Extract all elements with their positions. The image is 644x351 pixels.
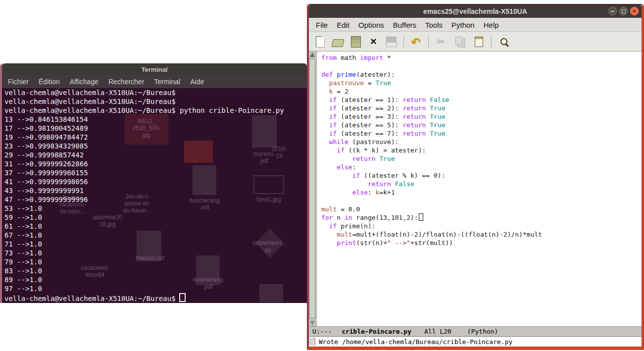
terminal-line: 23 -->0.999834329085 (2, 142, 307, 150)
emacs-titlebar[interactable]: emacs25@vellachemla-X510UA × (309, 5, 642, 18)
code-token: (atester == 3): (337, 113, 402, 120)
save-buffer-icon[interactable] (349, 35, 362, 49)
code-token: (atester == 5): (337, 121, 402, 129)
terminal-menu-terminal[interactable]: Terminal (154, 78, 180, 86)
emacs-menu-options[interactable]: Options (358, 21, 384, 29)
code-token: False (395, 180, 414, 188)
terminal-cursor (179, 293, 186, 302)
code-token: True (430, 121, 445, 129)
terminal-window: Terminal FichierÉditionAffichageRecherch… (0, 63, 307, 303)
emacs-menu-help[interactable]: Help (484, 21, 499, 29)
code-token: * (383, 54, 391, 61)
code-token (321, 163, 337, 171)
code-token: if (329, 222, 337, 230)
copy-icon (452, 34, 468, 50)
terminal-menu-affichage[interactable]: Affichage (70, 78, 99, 86)
code-token: return (402, 113, 426, 120)
emacs-menu-python[interactable]: Python (451, 21, 475, 29)
code-token: (atester == 1): (337, 96, 402, 103)
code-token: else (337, 163, 352, 171)
code-line: for n in range(13,101,2): (321, 213, 542, 222)
code-token: if (329, 121, 337, 129)
terminal-line: 17 -->0.981900452489 (2, 124, 307, 133)
code-token: if (329, 130, 337, 137)
toolbar-separator (491, 36, 492, 48)
emacs-menu-buffers[interactable]: Buffers (393, 21, 416, 29)
terminal-line: 37 -->0.999999960155 (2, 168, 307, 177)
code-line: def prime(atester): (321, 70, 542, 79)
code-token: =k+1 (379, 189, 395, 196)
code-token: prime (337, 71, 356, 78)
code-line: while (pastrouve): (321, 138, 542, 146)
scroll-up-icon[interactable] (310, 52, 315, 57)
code-token (321, 172, 352, 179)
code-token: False (430, 96, 449, 103)
code-line: print(str(n)+" -->"+str(mult)) (321, 239, 542, 247)
text-cursor (419, 213, 423, 221)
code-token: mult (321, 205, 337, 213)
code-token (321, 104, 329, 112)
terminal-menu-aide[interactable]: Aide (190, 78, 204, 86)
minimize-button[interactable] (608, 7, 617, 15)
code-token: range(13,101,2): (352, 214, 418, 221)
code-line: pastrouve = True (321, 79, 542, 87)
code-token (426, 121, 430, 129)
maximize-button[interactable] (619, 7, 628, 15)
code-line: else: (321, 163, 542, 171)
open-file-icon[interactable] (331, 35, 345, 49)
code-token: return (402, 121, 426, 129)
emacs-menu-file[interactable]: File (316, 21, 328, 29)
paste-icon[interactable] (472, 35, 486, 49)
emacs-menubar: FileEditOptionsBuffersToolsPythonHelp (309, 18, 642, 32)
code-token (426, 130, 430, 137)
code-token: pastrouve (329, 79, 364, 87)
code-buffer[interactable]: from math import * def prime(atester): p… (317, 51, 542, 326)
emacs-window: emacs25@vellachemla-X510UA × FileEditOpt… (307, 4, 644, 350)
terminal-menu-fichier[interactable]: Fichier (8, 78, 29, 86)
code-token (426, 104, 430, 112)
close-button[interactable]: × (630, 7, 639, 15)
code-token (321, 113, 329, 120)
terminal-line: 73 -->1.0 (2, 249, 307, 257)
code-line: mult=mult+(float(n)-2)/float(n)-((float(… (321, 230, 542, 239)
emacs-minibuffer[interactable]: Wrote /home/vella-chemla/Bureau/crible-P… (309, 337, 642, 347)
code-token: return (402, 130, 426, 137)
code-line: if (atester == 7): return True (321, 129, 542, 138)
terminal-titlebar[interactable]: Terminal (2, 63, 307, 75)
code-token: +str(mult)) (410, 239, 453, 247)
desktop: Terminal FichierÉditionAffichageRecherch… (0, 0, 644, 351)
code-token: (atester == 7): (337, 130, 402, 137)
terminal-menubar: FichierÉditionAffichageRechercherTermina… (2, 75, 307, 88)
code-line: if prime(n): (321, 222, 542, 230)
code-token: : (352, 163, 356, 171)
scrollbar-thumb[interactable] (309, 58, 315, 318)
code-line: k = 2 (321, 87, 542, 96)
code-token (321, 239, 337, 247)
code-token: = (364, 79, 375, 87)
modeline-mode: (Python) (467, 328, 498, 335)
new-file-icon[interactable] (313, 35, 327, 49)
code-token: True (379, 155, 395, 162)
code-token: True (430, 130, 445, 137)
scroll-down-icon[interactable] (310, 321, 315, 325)
code-token: = 0.0 (337, 205, 360, 213)
terminal-body[interactable]: IMG2_ 2530_500. jpgmoreno. pdf2018- 19Je… (2, 88, 307, 303)
terminal-line: 89 -->1.0 (2, 275, 307, 284)
close-buffer-icon[interactable]: × (367, 35, 380, 49)
code-token (426, 113, 430, 120)
code-token: from (321, 54, 337, 61)
terminal-menu-e-dition[interactable]: Édition (39, 78, 60, 86)
code-token: return (368, 180, 391, 188)
emacs-menu-tools[interactable]: Tools (425, 21, 443, 29)
undo-icon[interactable]: ↶ (409, 35, 423, 49)
code-token: return (352, 155, 376, 162)
terminal-line: 83 -->1.0 (2, 266, 307, 275)
search-icon[interactable] (497, 35, 510, 49)
terminal-menu-rechercher[interactable]: Rechercher (108, 78, 144, 86)
scrollbar[interactable] (309, 51, 317, 326)
code-token: =mult+(float(n)-2)/float(n)-((float(n)-2… (352, 231, 543, 238)
emacs-menu-edit[interactable]: Edit (337, 21, 349, 29)
code-token: else (352, 189, 368, 196)
modeline-filename: crible-Poincare.py (342, 328, 411, 335)
emacs-text-area: from math import * def prime(atester): p… (309, 51, 642, 326)
